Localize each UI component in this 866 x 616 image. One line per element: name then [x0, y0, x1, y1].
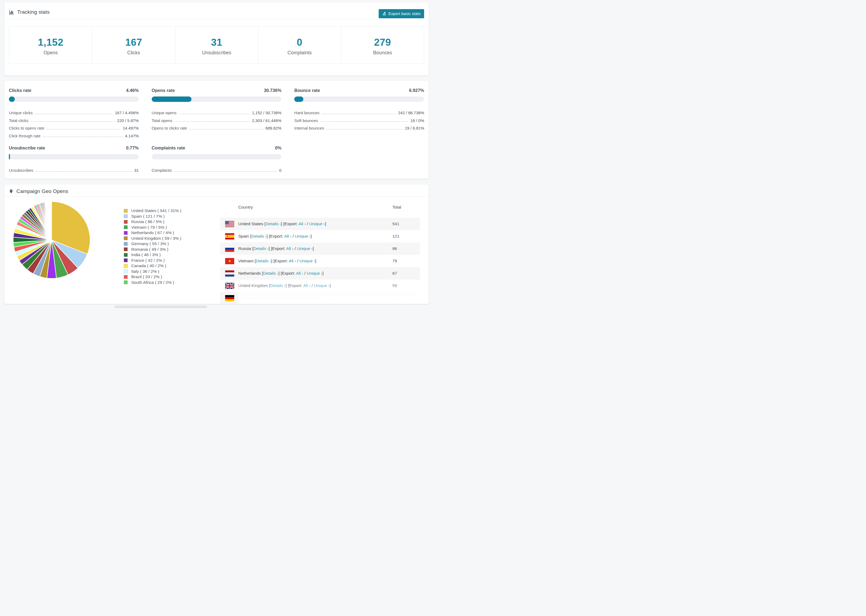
- rate-value: 0.77%: [126, 145, 139, 151]
- export-label: [Export:: [271, 246, 286, 251]
- rate-progress-track: [9, 154, 139, 159]
- export-all-link[interactable]: All ›: [286, 246, 293, 251]
- details-link[interactable]: Details ›: [263, 271, 279, 275]
- details-link[interactable]: Details ›: [254, 246, 269, 251]
- rate-header: Opens rate 30.736%: [152, 88, 282, 93]
- dotted-leader: [43, 137, 123, 137]
- export-all-link[interactable]: All ›: [284, 234, 291, 238]
- export-all-link[interactable]: All ›: [296, 271, 303, 275]
- page-title: Tracking stats: [17, 9, 49, 15]
- country-cell: Netherlands [Details ›] [Export: All › /…: [238, 271, 324, 276]
- stat-value: 31: [175, 37, 258, 47]
- total-cell: 59: [392, 283, 397, 288]
- rate-row-value: 242 / 86.738%: [398, 110, 424, 115]
- total-cell: 541: [392, 222, 399, 226]
- rate-row-value: 31: [134, 168, 139, 173]
- country-cell: United States [Details ›] [Export: All ›…: [238, 222, 326, 226]
- rate-row: Unique opens 1,152 / 30.736%: [152, 107, 282, 115]
- legend-item: Netherlands ( 67 / 4% ): [124, 230, 181, 236]
- rate-row-label: Unique clicks: [9, 110, 33, 115]
- rate-row-label: Total opens: [152, 118, 172, 123]
- rate-title: Complaints rate: [152, 145, 185, 151]
- rate-row-value: 4.147%: [125, 134, 139, 138]
- export-unique-link[interactable]: Unique ›: [297, 246, 313, 251]
- details-link[interactable]: Details ›: [258, 295, 273, 300]
- map-pin-icon: [9, 189, 13, 194]
- rates-card: Clicks rate 4.46% Unique clicks 167 / 4.…: [4, 81, 429, 179]
- details-link[interactable]: Details ›: [266, 222, 281, 226]
- rate-row: Internal bounces 19 / 6.81%: [294, 123, 424, 130]
- total-cell: 121: [392, 234, 399, 239]
- legend-item: Russia ( 86 / 5% ): [124, 219, 181, 225]
- details-link[interactable]: Details ›: [256, 259, 271, 263]
- export-label: [Export:: [283, 222, 299, 226]
- horizontal-scrollbar-thumb[interactable]: [114, 306, 207, 308]
- legend-item: Romania ( 49 / 3% ): [124, 247, 181, 252]
- legend-item: Brazil ( 33 / 2% ): [124, 274, 181, 280]
- country-name: Vietnam: [238, 259, 255, 263]
- country-name: United States: [238, 222, 265, 226]
- country-cell: United Kingdom [Details ›] [Export: All …: [238, 283, 331, 288]
- country-cell: Spain [Details ›] [Export: All › / Uniqu…: [238, 234, 312, 239]
- details-link[interactable]: Details ›: [251, 234, 266, 238]
- tracking-stats-header: Tracking stats Export basic stats: [4, 2, 429, 19]
- legend-swatch: [124, 280, 128, 284]
- export-all-link[interactable]: All ›: [291, 295, 298, 300]
- export-unique-link[interactable]: Unique ›: [299, 259, 315, 263]
- export-unique-link[interactable]: Unique ›: [295, 234, 311, 238]
- dotted-leader: [179, 114, 250, 114]
- table-row: Vietnam [Details ›] [Export: All › / Uni…: [220, 255, 420, 267]
- legend-label: India ( 46 / 3% ): [131, 252, 161, 257]
- legend-item: Italy ( 36 / 2% ): [124, 269, 181, 274]
- total-cell: 86: [392, 246, 397, 251]
- legend-swatch: [124, 247, 128, 251]
- separator: /: [296, 259, 299, 263]
- legend-label: Romania ( 49 / 3% ): [131, 247, 168, 252]
- bracket: ]: [271, 259, 274, 263]
- rate-row-label: Unsubscribes: [9, 168, 33, 173]
- export-basic-stats-button[interactable]: Export basic stats: [379, 9, 424, 18]
- rate-row-label: Unique opens: [152, 110, 177, 115]
- geo-table: Country Total United States [Details ›] …: [220, 197, 420, 304]
- geo-table-header: Country Total: [220, 197, 420, 218]
- rate-row-value: 1,152 / 30.736%: [252, 110, 281, 115]
- country-name: Russia: [238, 246, 252, 251]
- export-unique-link[interactable]: Unique ›: [307, 271, 323, 275]
- country-flag-icon: [225, 270, 234, 277]
- campaign-geo-opens-card: Campaign Geo Opens United States ( 541 /…: [4, 184, 429, 304]
- separator: /: [298, 295, 301, 300]
- rate-row-label: Clicks to opens rate: [9, 126, 44, 130]
- legend-label: France ( 42 / 2% ): [131, 258, 165, 263]
- total-cell: 79: [392, 259, 397, 263]
- country-flag-icon: [225, 283, 234, 289]
- details-link[interactable]: Details ›: [270, 283, 286, 288]
- export-unique-link[interactable]: Unique ›: [301, 295, 317, 300]
- country-name: Spain: [238, 234, 250, 238]
- legend-label: South Africa ( 29 / 2% ): [131, 280, 174, 285]
- export-unique-link[interactable]: Unique ›: [314, 283, 330, 288]
- separator: /: [291, 234, 295, 238]
- legend-swatch: [124, 225, 128, 229]
- export-all-link[interactable]: All ›: [299, 222, 306, 226]
- rate-row-value: 167 / 4.456%: [115, 110, 139, 115]
- rate-rows: Unique clicks 167 / 4.456% Total clicks …: [9, 107, 139, 138]
- stat-box: 1,152 Opens: [9, 27, 92, 64]
- legend-swatch: [124, 275, 128, 279]
- table-row: Germany [Details ›] [Export: All › / Uni…: [220, 292, 420, 304]
- export-all-link[interactable]: All ›: [303, 283, 310, 288]
- legend-item: India ( 46 / 3% ): [124, 252, 181, 258]
- header-divider: [4, 19, 429, 19]
- legend-swatch: [124, 220, 128, 224]
- bracket: ]: [315, 259, 316, 263]
- legend-item: United Kingdom ( 59 / 3% ): [124, 236, 181, 241]
- rate-row: Click through rate 4.147%: [9, 130, 139, 138]
- legend-swatch: [124, 214, 128, 218]
- export-all-link[interactable]: All ›: [289, 259, 296, 263]
- rate-row-label: Hard bounces: [294, 110, 319, 115]
- table-row: United Kingdom [Details ›] [Export: All …: [220, 280, 420, 292]
- export-unique-link[interactable]: Unique ›: [309, 222, 325, 226]
- rate-value: 30.736%: [264, 88, 281, 93]
- legend-item: Canada ( 40 / 2% ): [124, 263, 181, 269]
- tracking-stats-card: Tracking stats Export basic stats 1,152 …: [4, 2, 429, 75]
- country-flag-icon: [225, 246, 234, 252]
